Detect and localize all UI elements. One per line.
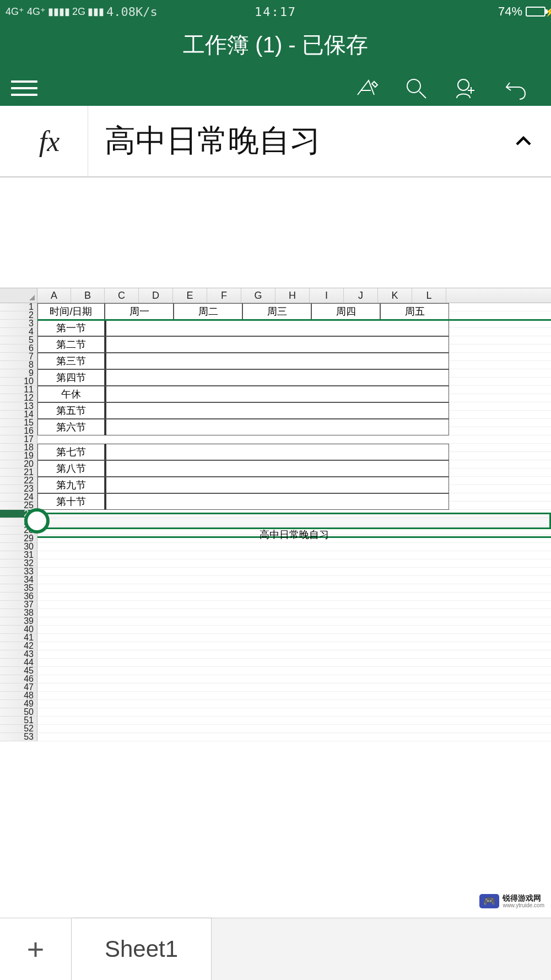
watermark: 🎮 锐得游戏网 www.ytruide.com <box>479 894 544 908</box>
col-header-J[interactable]: J <box>344 288 378 303</box>
col-header-D[interactable]: D <box>139 288 173 303</box>
format-button[interactable] <box>342 72 391 105</box>
battery-icon: ⚡ <box>526 7 545 17</box>
toolbar <box>0 70 551 106</box>
formula-collapse-button[interactable] <box>507 125 540 158</box>
column-headers[interactable]: ABCDEFGHIJKL <box>0 288 551 303</box>
schedule-empty-cell[interactable] <box>105 386 449 402</box>
formula-bar: fx 高中日常晚自习 <box>0 106 551 177</box>
schedule-period-label: 第四节 <box>37 369 105 386</box>
schedule-period-label: 午休 <box>37 386 105 402</box>
status-bar: 4G⁺ 4G⁺ ▮▮▮▮ 2G ▮▮▮ 4.08K/s 14:17 74% ⚡ <box>0 0 551 23</box>
col-header-G[interactable]: G <box>241 288 276 303</box>
signal-bars2-icon: ▮▮▮ <box>88 6 104 18</box>
schedule-day-header: 周二 <box>174 303 242 320</box>
schedule-period-label: 第十节 <box>37 493 105 510</box>
schedule-period-label: 第九节 <box>37 477 105 493</box>
schedule-empty-cell[interactable] <box>105 320 449 336</box>
row-header[interactable]: 53 <box>0 733 37 741</box>
fx-label: fx <box>11 106 88 176</box>
schedule-period-label: 第六节 <box>37 419 105 435</box>
watermark-brand: 锐得游戏网 <box>503 894 544 902</box>
schedule-empty-cell[interactable] <box>105 493 449 510</box>
col-header-K[interactable]: K <box>378 288 412 303</box>
schedule-header-label: 时间/日期 <box>37 303 105 320</box>
sheet-tabs-empty[interactable] <box>211 918 551 980</box>
network-icon: 4G⁺ 4G⁺ <box>6 6 46 18</box>
undo-button[interactable] <box>490 72 540 105</box>
sheet-tab-active[interactable]: Sheet1 <box>72 918 211 980</box>
sheet-tabs-bar: + Sheet1 <box>0 918 551 980</box>
svg-point-1 <box>458 79 469 90</box>
menu-button[interactable] <box>11 74 44 102</box>
schedule-empty-cell[interactable] <box>105 336 449 353</box>
col-header-F[interactable]: F <box>207 288 241 303</box>
schedule-period-label: 第八节 <box>37 460 105 477</box>
select-all-corner[interactable] <box>0 288 37 303</box>
grid-body[interactable]: 1234567891011121314151617181920212223242… <box>0 303 551 741</box>
schedule-period-label: 第一节 <box>37 320 105 336</box>
col-header-I[interactable]: I <box>310 288 344 303</box>
row-selection[interactable] <box>37 513 551 529</box>
document-title: 工作簿 (1) - 已保存 <box>0 23 551 70</box>
col-header-E[interactable]: E <box>173 288 207 303</box>
spreadsheet[interactable]: ABCDEFGHIJKL 123456789101112131415161718… <box>0 177 551 918</box>
formula-input[interactable]: 高中日常晚自习 <box>88 120 507 162</box>
svg-point-0 <box>407 79 420 93</box>
schedule-day-header: 周五 <box>380 303 449 320</box>
battery-percent: 74% <box>498 4 522 19</box>
watermark-url: www.ytruide.com <box>503 902 544 908</box>
schedule-period-label: 第三节 <box>37 353 105 369</box>
schedule-day-header: 周一 <box>105 303 174 320</box>
network2-icon: 2G <box>72 6 85 18</box>
schedule-empty-cell[interactable] <box>105 419 449 435</box>
schedule-empty-cell[interactable] <box>105 369 449 386</box>
schedule-day-header: 周三 <box>242 303 311 320</box>
status-time: 14:17 <box>186 5 366 19</box>
search-button[interactable] <box>391 72 441 105</box>
app-header: 工作簿 (1) - 已保存 <box>0 23 551 106</box>
schedule-empty-cell[interactable] <box>105 477 449 493</box>
col-header-H[interactable]: H <box>276 288 310 303</box>
col-header-A[interactable]: A <box>37 288 71 303</box>
schedule-empty-cell[interactable] <box>105 353 449 369</box>
schedule-empty-cell[interactable] <box>105 460 449 477</box>
schedule-period-label: 第二节 <box>37 336 105 353</box>
col-header-L[interactable]: L <box>412 288 446 303</box>
schedule-empty-cell[interactable] <box>105 444 449 460</box>
schedule-table: 时间/日期周一周二周三周四周五第一节第二节第三节第四节午休第五节第六节第七节第八… <box>37 303 449 510</box>
schedule-period-label: 第七节 <box>37 444 105 460</box>
schedule-day-header: 周四 <box>311 303 380 320</box>
col-header-C[interactable]: C <box>105 288 139 303</box>
data-speed: 4.08K/s <box>106 5 158 19</box>
selection-handle[interactable] <box>24 508 50 534</box>
col-header-B[interactable]: B <box>71 288 105 303</box>
merged-cell-text[interactable]: 高中日常晚自习 <box>37 528 551 541</box>
add-sheet-button[interactable]: + <box>0 918 72 980</box>
schedule-empty-cell[interactable] <box>105 402 449 419</box>
watermark-logo-icon: 🎮 <box>479 894 499 908</box>
signal-bars-icon: ▮▮▮▮ <box>48 6 70 18</box>
schedule-period-label: 第五节 <box>37 402 105 419</box>
share-button[interactable] <box>441 72 490 105</box>
